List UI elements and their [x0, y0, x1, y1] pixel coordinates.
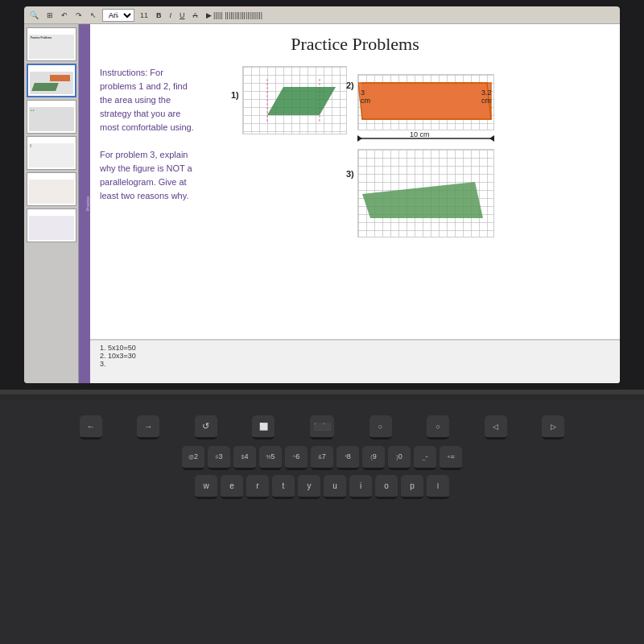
svg-marker-7	[489, 135, 494, 142]
key-t[interactable]: t	[272, 475, 295, 499]
toolbar: 🔍 ⊞ ↶ ↷ ↖ Arial 11 B I U A ▶ ||||| |||||…	[24, 6, 620, 24]
qwerty-row: w e r t y u i o p l	[0, 470, 644, 499]
toolbar-more[interactable]: ▶ ||||| ||||||||||||||||||||	[204, 11, 265, 19]
slide-panel: Practice Problems ■ ■	[24, 24, 79, 383]
problem-3-grid	[357, 149, 494, 237]
problem-2-shape	[358, 75, 495, 131]
problem-2-dim2: 3.2 cm	[481, 89, 492, 105]
key-circle2[interactable]: ○	[427, 415, 449, 440]
key-i[interactable]: i	[349, 475, 372, 499]
problem-2-label: 2)	[346, 80, 354, 90]
keyboard-area: ← → ↺ ⬜ ⬛⬛ ○ ○ ◁ ▷ @2 #3 $4 %5 ^6 &7 *8 …	[0, 399, 644, 644]
key-refresh[interactable]: ↺	[195, 415, 217, 440]
key-e[interactable]: e	[221, 475, 243, 499]
svg-marker-6	[357, 135, 362, 142]
toolbar-italic[interactable]: I	[167, 11, 175, 19]
laptop-screen: 🔍 ⊞ ↶ ↷ ↖ Arial 11 B I U A ▶ ||||| |||||…	[0, 0, 644, 394]
slide-thumb-5[interactable]	[27, 172, 76, 206]
svg-marker-2	[267, 87, 336, 115]
slide-title: Practice Problems	[90, 24, 620, 61]
toolbar-icon-search[interactable]: 🔍	[27, 11, 41, 19]
instructions-box: Instructions: For problems 1 and 2, find…	[100, 66, 225, 203]
sidebar-strip: Practice	[79, 24, 90, 383]
key-o[interactable]: o	[375, 475, 398, 499]
key-vol-up[interactable]: ▷	[542, 415, 564, 440]
font-selector[interactable]: Arial	[102, 9, 134, 22]
toolbar-strikethrough[interactable]: A	[191, 11, 200, 19]
key-u[interactable]: u	[324, 475, 346, 499]
toolbar-underline[interactable]: U	[177, 11, 188, 19]
slide-thumb-3[interactable]: ■ ■	[27, 100, 76, 134]
key-p[interactable]: p	[401, 475, 423, 499]
key-paren-0[interactable]: )0	[388, 446, 411, 470]
key-circle1[interactable]: ○	[369, 415, 392, 440]
key-r[interactable]: r	[246, 475, 269, 499]
key-star-8[interactable]: *8	[336, 446, 359, 470]
notes-line2: 2. 10x3=30	[100, 352, 610, 360]
powerpoint-area: Practice Problems ■ ■	[24, 24, 620, 383]
laptop-body: 🔍 ⊞ ↶ ↷ ↖ Arial 11 B I U A ▶ ||||| |||||…	[0, 0, 644, 644]
problem-3-label: 3)	[346, 169, 354, 179]
problem-2-dim3: 10 cm	[410, 130, 430, 138]
problem-2-grid	[357, 74, 494, 130]
problem-3-shape	[358, 150, 495, 238]
screen-bezel: 🔍 ⊞ ↶ ↷ ↖ Arial 11 B I U A ▶ ||||| |||||…	[24, 6, 620, 383]
key-right-arrow[interactable]: →	[137, 415, 159, 440]
key-plus[interactable]: +=	[440, 446, 462, 470]
toolbar-icon-redo[interactable]: ↷	[73, 11, 85, 19]
toolbar-icon-cursor[interactable]: ↖	[88, 11, 99, 19]
slide-thumb-4[interactable]: |||	[27, 136, 76, 170]
key-w[interactable]: w	[195, 475, 217, 499]
key-hash-3[interactable]: #3	[208, 446, 230, 470]
key-paren-9[interactable]: (9	[362, 446, 385, 470]
key-caret-6[interactable]: ^6	[285, 446, 308, 470]
problem-1-grid	[242, 66, 347, 134]
notes-line3: 3.	[100, 360, 610, 368]
main-slide: Practice Problems Instructions: For prob…	[90, 24, 620, 383]
slide-thumb-6[interactable]	[27, 208, 76, 242]
problem-1-parallelogram	[243, 67, 348, 135]
slide-thumb-2[interactable]	[27, 64, 76, 97]
svg-marker-4	[358, 83, 491, 119]
notes-area: 1. 5x10=50 2. 10x3=30 3.	[90, 339, 620, 383]
nav-key-row: ← → ↺ ⬜ ⬛⬛ ○ ○ ◁ ▷	[0, 399, 644, 440]
key-l-bracket[interactable]: l	[427, 475, 449, 499]
svg-marker-8	[362, 182, 483, 218]
problem-2-dim1: 3 cm	[361, 89, 370, 105]
key-percent-5[interactable]: %5	[259, 446, 282, 470]
toolbar-icon-undo[interactable]: ↶	[59, 11, 70, 19]
key-amp-7[interactable]: &7	[311, 446, 333, 470]
problem-1-label: 1)	[231, 90, 239, 100]
key-dollar-4[interactable]: $4	[233, 446, 256, 470]
key-screen[interactable]: ⬜	[252, 415, 275, 440]
instructions-text: Instructions: For problems 1 and 2, find…	[100, 66, 225, 203]
toolbar-bold[interactable]: B	[154, 11, 164, 19]
notes-line1: 1. 5x10=50	[100, 344, 610, 352]
slide-thumb-1[interactable]: Practice Problems	[27, 27, 76, 61]
key-minus[interactable]: _-	[414, 446, 436, 470]
number-row: @2 #3 $4 %5 ^6 &7 *8 (9 )0 _- +=	[0, 440, 644, 470]
key-vol-down[interactable]: ◁	[485, 415, 507, 440]
toolbar-font-size[interactable]: 11	[138, 11, 151, 19]
key-at-2[interactable]: @2	[182, 446, 204, 470]
toolbar-icon-home[interactable]: ⊞	[44, 11, 56, 19]
key-y[interactable]: y	[298, 475, 320, 499]
key-multiscreen[interactable]: ⬛⬛	[310, 415, 334, 440]
problem-2-dim3-container: 10 cm	[357, 132, 494, 148]
key-left-arrow[interactable]: ←	[80, 415, 102, 440]
